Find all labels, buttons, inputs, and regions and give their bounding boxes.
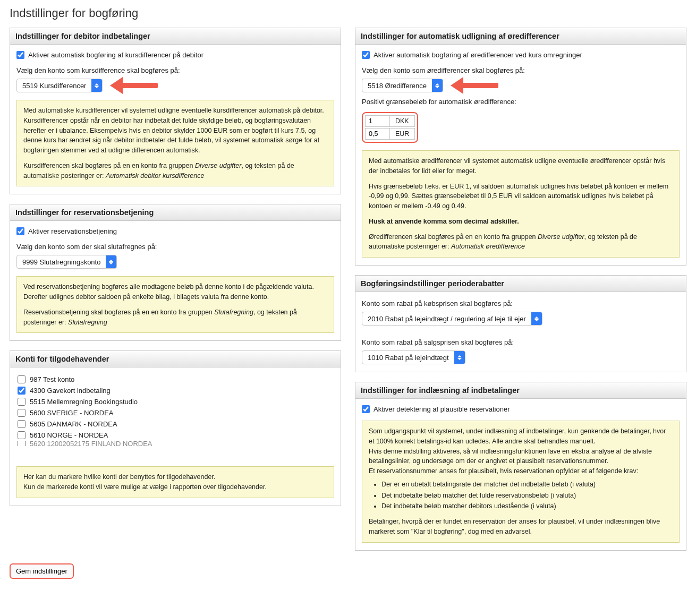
ore-limit-row: EUR <box>365 128 415 140</box>
ore-account-select[interactable]: 5518 Øredifference <box>362 79 443 92</box>
account-item-label: 5620 12002052175 FINLAND NORDEA <box>30 441 152 446</box>
panel-accounts-header: Konti for tilgodehavender <box>10 351 341 367</box>
account-item-checkbox[interactable] <box>18 375 26 383</box>
account-item-label: 5515 Mellemregning Bookingstudio <box>30 398 138 406</box>
panel-debitor-header: Indstillinger for debitor indbetalinger <box>10 28 341 45</box>
panel-indlaes: Indstillinger for indlæsning af indbetal… <box>355 382 686 551</box>
chevron-updown-icon <box>531 312 542 325</box>
indlaes-enable-label: Aktiver detektering af plausible reserva… <box>374 405 510 413</box>
ore-enable-row[interactable]: Aktiver automatisk bogføring af ørediffe… <box>362 51 680 59</box>
account-item-checkbox[interactable] <box>18 441 26 446</box>
account-item-label: 5610 NORGE - NORDEA <box>30 431 108 439</box>
account-item-label: 987 Test konto <box>30 375 74 383</box>
ore-limit-input[interactable] <box>365 115 389 127</box>
ore-account-select-value: 5518 Øredifference <box>362 82 432 90</box>
ore-enable-label: Aktiver automatisk bogføring af ørediffe… <box>374 51 582 59</box>
debitor-enable-row[interactable]: Aktiver automatisk bogføring af kursdiff… <box>16 51 334 59</box>
reservation-info: Ved reservationsbetjening bogføres alle … <box>16 276 334 333</box>
arrow-annotation-icon <box>451 79 498 92</box>
rabat-sell-select-value: 1010 Rabat på lejeindtægt <box>362 354 454 362</box>
account-item-label: 4300 Gavekort indbetaling <box>30 387 111 395</box>
debitor-account-select-value: 5519 Kursdifferencer <box>17 82 91 90</box>
page-title: Indstillinger for bogføring <box>10 6 686 20</box>
debitor-enable-checkbox[interactable] <box>16 51 24 59</box>
account-item[interactable]: 5610 NORGE - NORDEA <box>16 430 332 441</box>
chevron-updown-icon <box>91 79 102 92</box>
account-item-checkbox[interactable] <box>18 431 26 439</box>
ore-limit-currency: EUR <box>389 128 415 140</box>
account-item[interactable]: 5605 DANMARK - NORDEA <box>16 418 332 430</box>
reservation-enable-row[interactable]: Aktiver reservationsbetjening <box>16 227 334 235</box>
account-item-label: 5605 DANMARK - NORDEA <box>30 420 117 428</box>
account-item[interactable]: 5600 SVERIGE - NORDEA <box>16 407 332 418</box>
reservation-account-label: Vælg den konto som der skal slutafregnes… <box>16 243 334 251</box>
panel-reservation: Indstillinger for reservationsbetjening … <box>10 204 341 341</box>
account-item[interactable]: 4300 Gavekort indbetaling <box>16 385 332 396</box>
save-button[interactable]: Gem indstillinger <box>10 563 74 579</box>
ore-limit-row: DKK <box>365 115 415 127</box>
ore-limit-box: DKKEUR <box>362 112 418 143</box>
account-item-checkbox[interactable] <box>18 398 26 406</box>
accounts-list[interactable]: 987 Test konto4300 Gavekort indbetaling5… <box>16 374 334 459</box>
ore-limit-currency: DKK <box>389 115 415 127</box>
panel-ore-header: Indstillinger for automatisk udligning a… <box>355 28 686 45</box>
reservation-enable-checkbox[interactable] <box>16 227 24 235</box>
chevron-updown-icon <box>432 79 443 92</box>
debitor-info: Med automatiske kursdifferencer vil syst… <box>16 100 334 186</box>
ore-info: Med automatiske øredifferencer vil syste… <box>362 150 680 258</box>
account-item-label: 5600 SVERIGE - NORDEA <box>30 409 114 417</box>
ore-limit-label: Positivt grænsebeløb for automatisk øred… <box>362 98 680 106</box>
account-item-checkbox[interactable] <box>18 387 26 395</box>
ore-limit-input[interactable] <box>365 128 389 140</box>
panel-indlaes-header: Indstillinger for indlæsning af indbetal… <box>355 382 686 399</box>
reservation-account-select[interactable]: 9999 Slutafregningskonto <box>16 255 117 269</box>
rabat-buy-select[interactable]: 2010 Rabat på lejeindtægt / regulering a… <box>362 312 542 326</box>
rabat-buy-select-value: 2010 Rabat på lejeindtægt / regulering a… <box>362 315 531 323</box>
debitor-enable-label: Aktiver automatisk bogføring af kursdiff… <box>28 51 203 59</box>
panel-ore: Indstillinger for automatisk udligning a… <box>355 28 686 266</box>
account-item[interactable]: 5515 Mellemregning Bookingstudio <box>16 396 332 407</box>
arrow-annotation-icon <box>110 79 158 92</box>
reservation-enable-label: Aktiver reservationsbetjening <box>28 227 117 235</box>
indlaes-enable-row[interactable]: Aktiver detektering af plausible reserva… <box>362 405 680 413</box>
panel-reservation-header: Indstillinger for reservationsbetjening <box>10 204 341 221</box>
account-item-checkbox[interactable] <box>18 420 26 428</box>
chevron-updown-icon <box>106 255 116 268</box>
indlaes-bullet: Det indbetalte beløb matcher det fulde r… <box>381 491 673 501</box>
reservation-account-select-value: 9999 Slutafregningskonto <box>17 258 106 266</box>
indlaes-enable-checkbox[interactable] <box>362 405 370 413</box>
rabat-sell-label: Konto som rabat på salgsprisen skal bogf… <box>362 338 680 346</box>
account-item[interactable]: 5620 12002052175 FINLAND NORDEA <box>16 441 332 446</box>
accounts-info: Her kan du markere hvilke konti der beny… <box>16 466 334 498</box>
panel-rabat-header: Bogføringsindstillinger perioderabatter <box>355 276 686 292</box>
panel-accounts: Konti for tilgodehavender 987 Test konto… <box>10 350 341 506</box>
indlaes-info: Som udgangspunkt vil systemet, under ind… <box>362 421 680 543</box>
debitor-account-label: Vælg den konto som kursdifference skal b… <box>16 66 334 74</box>
panel-rabat: Bogføringsindstillinger perioderabatter … <box>355 275 686 372</box>
account-item-checkbox[interactable] <box>18 409 26 417</box>
account-item[interactable]: 987 Test konto <box>16 374 332 385</box>
indlaes-bullet: Der er en ubetalt betalingsrate der matc… <box>381 480 673 490</box>
indlaes-bullet: Det indbetalte beløb matcher debitors ud… <box>381 501 673 511</box>
chevron-updown-icon <box>454 351 465 364</box>
panel-debitor: Indstillinger for debitor indbetalinger … <box>10 28 341 194</box>
ore-enable-checkbox[interactable] <box>362 51 370 59</box>
rabat-buy-label: Konto som rabat på købsprisen skal bogfø… <box>362 300 680 307</box>
rabat-sell-select[interactable]: 1010 Rabat på lejeindtægt <box>362 350 465 364</box>
debitor-account-select[interactable]: 5519 Kursdifferencer <box>16 79 103 92</box>
ore-account-label: Vælg den konto som øredifferencer skal b… <box>362 66 680 74</box>
